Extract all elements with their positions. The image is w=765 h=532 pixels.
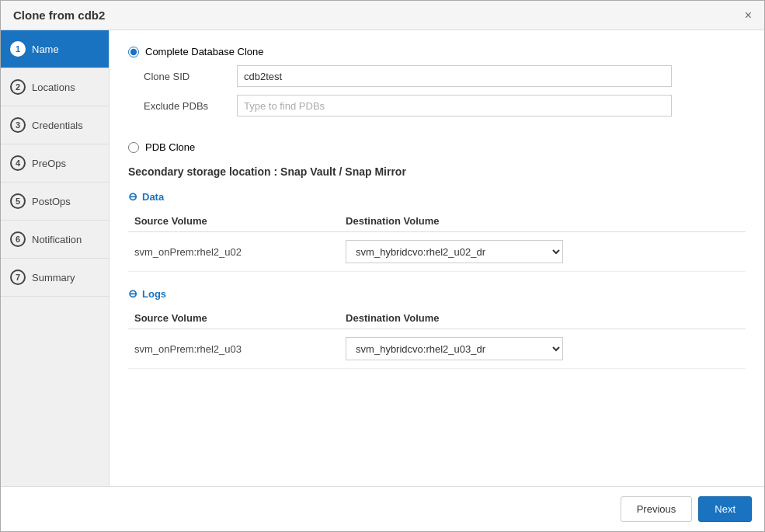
clone-sid-input[interactable] [237, 65, 672, 87]
sidebar-item-summary[interactable]: 7 Summary [1, 259, 109, 297]
clone-type-group: Complete Database Clone Clone SID Exclud… [128, 46, 746, 153]
sidebar-item-notification[interactable]: 6 Notification [1, 221, 109, 259]
data-collapse-icon: ⊖ [128, 190, 137, 203]
step-number-1: 1 [10, 41, 26, 57]
clone-form: Clone SID Exclude PDBs [144, 65, 746, 124]
pdb-clone-radio[interactable] [128, 142, 139, 153]
main-content: Complete Database Clone Clone SID Exclud… [110, 30, 764, 486]
pdb-clone-row: PDB Clone [128, 141, 746, 153]
logs-dest-volume-cell: svm_hybridcvo:rhel2_u03_dr [339, 329, 746, 369]
logs-source-header: Source Volume [128, 308, 339, 329]
complete-clone-radio[interactable] [128, 47, 139, 57]
step-number-6: 6 [10, 231, 26, 247]
data-dest-volume-cell: svm_hybridcvo:rhel2_u02_dr [339, 232, 746, 272]
complete-clone-row: Complete Database Clone [128, 46, 746, 57]
sidebar-item-label-locations: Locations [32, 82, 75, 93]
logs-section: ⊖ Logs Source Volume Destination Volume … [128, 287, 746, 369]
logs-table: Source Volume Destination Volume svm_onP… [128, 308, 746, 369]
sidebar-item-name[interactable]: 1 Name [1, 30, 109, 68]
step-number-7: 7 [10, 269, 26, 285]
dialog-footer: Previous Next [1, 486, 764, 531]
sidebar-item-label-notification: Notification [32, 234, 82, 245]
sidebar-item-label-preops: PreOps [32, 158, 66, 169]
exclude-pdbs-input[interactable] [237, 95, 672, 116]
logs-section-header[interactable]: ⊖ Logs [128, 287, 746, 300]
table-row: svm_onPrem:rhel2_u02 svm_hybridcvo:rhel2… [128, 232, 746, 272]
clone-sid-label: Clone SID [144, 71, 237, 82]
previous-button[interactable]: Previous [621, 496, 693, 522]
data-dest-header: Destination Volume [339, 210, 746, 232]
close-button[interactable]: × [745, 9, 752, 22]
sidebar-item-postops[interactable]: 5 PostOps [1, 183, 109, 221]
logs-dest-volume-select[interactable]: svm_hybridcvo:rhel2_u03_dr [346, 337, 563, 360]
exclude-pdbs-row: Exclude PDBs [144, 95, 746, 116]
logs-table-header-row: Source Volume Destination Volume [128, 308, 746, 329]
clone-sid-row: Clone SID [144, 65, 746, 87]
logs-collapse-icon: ⊖ [128, 287, 137, 300]
dialog-title: Clone from cdb2 [13, 9, 105, 22]
clone-dialog: Clone from cdb2 × 1 Name 2 Locations 3 C… [0, 0, 765, 532]
complete-clone-label[interactable]: Complete Database Clone [145, 46, 263, 57]
data-section-label: Data [142, 191, 164, 203]
pdb-clone-label[interactable]: PDB Clone [145, 141, 195, 153]
data-dest-volume-select[interactable]: svm_hybridcvo:rhel2_u02_dr [346, 240, 563, 263]
next-button[interactable]: Next [698, 496, 752, 522]
step-number-5: 5 [10, 193, 26, 209]
sidebar-item-label-summary: Summary [32, 272, 75, 283]
step-number-2: 2 [10, 79, 26, 95]
data-section-header[interactable]: ⊖ Data [128, 190, 746, 203]
data-table: Source Volume Destination Volume svm_onP… [128, 210, 746, 272]
secondary-storage-title: Secondary storage location : Snap Vault … [128, 165, 746, 178]
dialog-body: 1 Name 2 Locations 3 Credentials 4 PreOp… [1, 30, 764, 486]
sidebar-item-credentials[interactable]: 3 Credentials [1, 106, 109, 144]
sidebar-item-label-postops: PostOps [32, 196, 71, 207]
data-table-header-row: Source Volume Destination Volume [128, 210, 746, 232]
data-source-header: Source Volume [128, 210, 339, 232]
exclude-pdbs-label: Exclude PDBs [144, 100, 237, 112]
sidebar-item-preops[interactable]: 4 PreOps [1, 144, 109, 183]
table-row: svm_onPrem:rhel2_u03 svm_hybridcvo:rhel2… [128, 329, 746, 369]
sidebar-item-locations[interactable]: 2 Locations [1, 68, 109, 106]
data-source-volume: svm_onPrem:rhel2_u02 [128, 232, 339, 272]
step-number-4: 4 [10, 155, 26, 171]
logs-source-volume: svm_onPrem:rhel2_u03 [128, 329, 339, 369]
dialog-header: Clone from cdb2 × [1, 1, 764, 30]
data-section: ⊖ Data Source Volume Destination Volume … [128, 190, 746, 272]
sidebar-item-label-name: Name [32, 43, 59, 55]
step-number-3: 3 [10, 117, 26, 133]
logs-section-label: Logs [142, 288, 166, 300]
sidebar: 1 Name 2 Locations 3 Credentials 4 PreOp… [1, 30, 110, 486]
sidebar-item-label-credentials: Credentials [32, 120, 83, 131]
logs-dest-header: Destination Volume [339, 308, 746, 329]
